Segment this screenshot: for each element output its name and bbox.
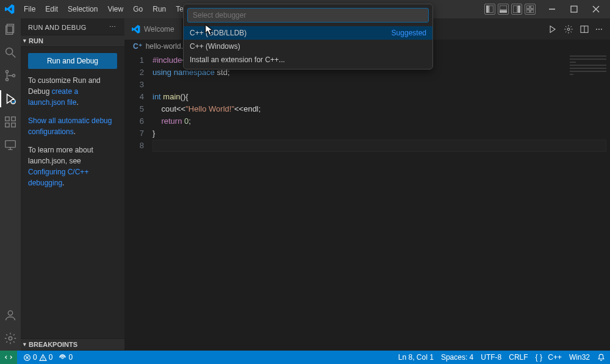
eol-status[interactable]: CRLF bbox=[509, 353, 528, 362]
menu-edit[interactable]: Edit bbox=[41, 2, 62, 16]
svg-rect-26 bbox=[12, 117, 15, 121]
panel-bottom-icon[interactable] bbox=[498, 4, 509, 15]
svg-point-16 bbox=[6, 48, 13, 55]
svg-point-18 bbox=[5, 71, 8, 73]
svg-rect-0 bbox=[486, 5, 489, 13]
quickpick-item-gdb-lldb[interactable]: C++ (GDB/LLDB) Suggested bbox=[184, 26, 432, 40]
svg-rect-7 bbox=[531, 5, 534, 9]
status-bar: 0 0 0 Ln 8, Col 1 Spaces: 4 UTF-8 CRLF {… bbox=[0, 351, 610, 364]
menu-run[interactable]: Run bbox=[148, 2, 170, 16]
cursor-position[interactable]: Ln 8, Col 1 bbox=[398, 353, 434, 362]
indentation-status[interactable]: Spaces: 4 bbox=[441, 353, 473, 362]
quickpick-item-install-extension[interactable]: Install an extension for C++... bbox=[184, 53, 432, 66]
chevron-down-icon: ▸ bbox=[22, 343, 28, 346]
window-maximize[interactable] bbox=[565, 0, 583, 18]
show-auto-debug-link[interactable]: Show all automatic debug configurations bbox=[28, 116, 112, 136]
customize-hint: To customize Run and Debug create a laun… bbox=[28, 75, 117, 108]
ports-status[interactable]: 0 bbox=[59, 353, 73, 362]
layout-controls bbox=[484, 4, 536, 15]
build-target[interactable]: Win32 bbox=[569, 353, 590, 362]
tab-label: Welcome bbox=[144, 25, 174, 34]
menu-file[interactable]: File bbox=[20, 2, 40, 16]
learn-more-hint: To learn more about launch.json, see Con… bbox=[28, 145, 117, 188]
cpp-file-icon: C⁺ bbox=[133, 42, 142, 51]
extensions-icon[interactable] bbox=[3, 115, 18, 129]
svg-rect-3 bbox=[500, 5, 507, 10]
svg-rect-25 bbox=[12, 123, 15, 127]
run-debug-icon[interactable] bbox=[3, 91, 18, 106]
svg-rect-6 bbox=[526, 5, 529, 9]
language-mode[interactable]: { } C++ bbox=[536, 353, 562, 362]
auto-debug-hint: Show all automatic debug configurations. bbox=[28, 115, 117, 137]
svg-rect-9 bbox=[531, 10, 534, 13]
tab-welcome[interactable]: Welcome bbox=[124, 18, 182, 40]
search-icon[interactable] bbox=[3, 45, 18, 60]
configuring-cpp-debug-link[interactable]: Configuring C/C++ debugging bbox=[28, 168, 88, 187]
layout-grid-icon[interactable] bbox=[525, 4, 536, 15]
source-control-icon[interactable] bbox=[3, 68, 18, 83]
explorer-icon[interactable] bbox=[3, 22, 18, 37]
svg-rect-27 bbox=[5, 141, 16, 148]
account-icon[interactable] bbox=[3, 308, 18, 323]
remote-indicator[interactable] bbox=[0, 351, 17, 364]
chevron-down-icon: ▸ bbox=[22, 40, 28, 43]
breakpoints-section-header[interactable]: ▸ BREAKPOINTS bbox=[21, 338, 124, 351]
remote-explorer-icon[interactable] bbox=[3, 138, 18, 152]
svg-point-29 bbox=[9, 337, 12, 340]
svg-point-20 bbox=[12, 74, 15, 77]
run-and-debug-button[interactable]: Run and Debug bbox=[28, 53, 117, 69]
svg-rect-11 bbox=[571, 6, 577, 12]
settings-gear-icon[interactable] bbox=[564, 24, 573, 34]
svg-rect-1 bbox=[489, 5, 493, 13]
quickpick-input[interactable] bbox=[187, 8, 429, 23]
panel-right-icon[interactable] bbox=[511, 4, 522, 15]
svg-rect-24 bbox=[5, 123, 9, 127]
panel-left-icon[interactable] bbox=[484, 4, 495, 15]
window-close[interactable] bbox=[587, 0, 605, 18]
run-and-debug-sidebar: RUN AND DEBUG ⋯ ▸ RUN Run and Debug To c… bbox=[21, 18, 124, 351]
vscode-icon bbox=[132, 25, 140, 34]
menu-go[interactable]: Go bbox=[129, 2, 147, 16]
select-debugger-quickpick: C++ (GDB/LLDB) Suggested C++ (Windows) I… bbox=[183, 4, 433, 70]
svg-rect-8 bbox=[526, 10, 529, 13]
svg-point-31 bbox=[567, 28, 570, 30]
encoding-status[interactable]: UTF-8 bbox=[481, 353, 501, 362]
more-icon[interactable]: ⋯ bbox=[109, 23, 117, 31]
quickpick-suggested-badge: Suggested bbox=[392, 29, 426, 37]
vscode-logo-icon bbox=[5, 4, 15, 14]
svg-line-17 bbox=[12, 54, 16, 58]
svg-rect-23 bbox=[5, 117, 9, 121]
more-icon[interactable]: ⋯ bbox=[595, 25, 604, 34]
split-editor-icon[interactable] bbox=[580, 24, 589, 34]
run-play-icon[interactable] bbox=[548, 24, 558, 34]
sidebar-title: RUN AND DEBUG ⋯ bbox=[21, 18, 124, 35]
run-section-header[interactable]: ▸ RUN bbox=[21, 35, 124, 47]
minimap[interactable] bbox=[561, 53, 610, 351]
line-number-gutter: 1 2 3 4 5 6 7 8 bbox=[124, 54, 152, 152]
svg-point-28 bbox=[8, 311, 12, 315]
svg-rect-4 bbox=[518, 5, 520, 13]
menu-view[interactable]: View bbox=[103, 2, 127, 16]
settings-gear-icon[interactable] bbox=[3, 331, 18, 346]
svg-rect-2 bbox=[500, 10, 507, 13]
menu-selection[interactable]: Selection bbox=[63, 2, 102, 16]
svg-point-39 bbox=[62, 356, 63, 358]
notifications-bell-icon[interactable] bbox=[597, 354, 605, 362]
window-minimize[interactable] bbox=[543, 0, 561, 18]
problems-status[interactable]: 0 0 bbox=[23, 353, 52, 362]
svg-point-38 bbox=[43, 359, 43, 360]
svg-point-19 bbox=[5, 78, 8, 80]
svg-marker-30 bbox=[550, 26, 555, 32]
quickpick-item-windows[interactable]: C++ (Windows) bbox=[184, 40, 432, 53]
activity-bar bbox=[0, 18, 21, 351]
svg-rect-5 bbox=[513, 5, 517, 13]
